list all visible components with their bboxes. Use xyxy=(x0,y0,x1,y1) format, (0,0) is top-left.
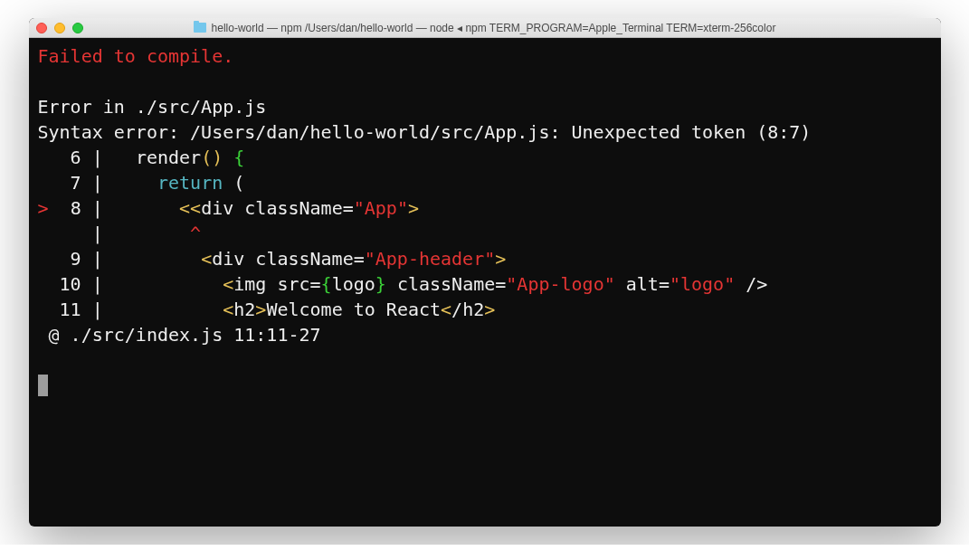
close-button[interactable] xyxy=(36,23,47,33)
error-file: Error in ./src/App.js xyxy=(38,96,267,118)
terminal-output[interactable]: Failed to compile. Error in ./src/App.js… xyxy=(29,38,941,527)
title-area: hello-world — npm /Users/dan/hello-world… xyxy=(29,22,941,34)
caret-line: | ^ xyxy=(38,223,202,244)
zoom-button[interactable] xyxy=(72,23,83,33)
window-title: hello-world — npm /Users/dan/hello-world… xyxy=(212,22,776,34)
folder-icon xyxy=(194,23,206,33)
code-line-6: 6 | render() { xyxy=(38,147,245,168)
traffic-lights xyxy=(36,23,83,33)
at-line: @ ./src/index.js 11:11-27 xyxy=(38,324,321,346)
code-line-9: 9 | <div className="App-header"> xyxy=(38,248,507,270)
titlebar[interactable]: hello-world — npm /Users/dan/hello-world… xyxy=(29,18,941,38)
syntax-error-line: Syntax error: /Users/dan/hello-world/src… xyxy=(38,121,812,143)
error-heading: Failed to compile. xyxy=(38,45,234,67)
code-line-7: 7 | return ( xyxy=(38,172,245,194)
cursor xyxy=(38,375,48,396)
code-line-8: > 8 | <<div className="App"> xyxy=(38,197,419,219)
code-line-10: 10 | <img src={logo} className="App-logo… xyxy=(38,273,768,295)
code-line-11: 11 | <h2>Welcome to React</h2> xyxy=(38,299,496,320)
minimize-button[interactable] xyxy=(54,23,65,33)
terminal-window: hello-world — npm /Users/dan/hello-world… xyxy=(29,18,941,527)
